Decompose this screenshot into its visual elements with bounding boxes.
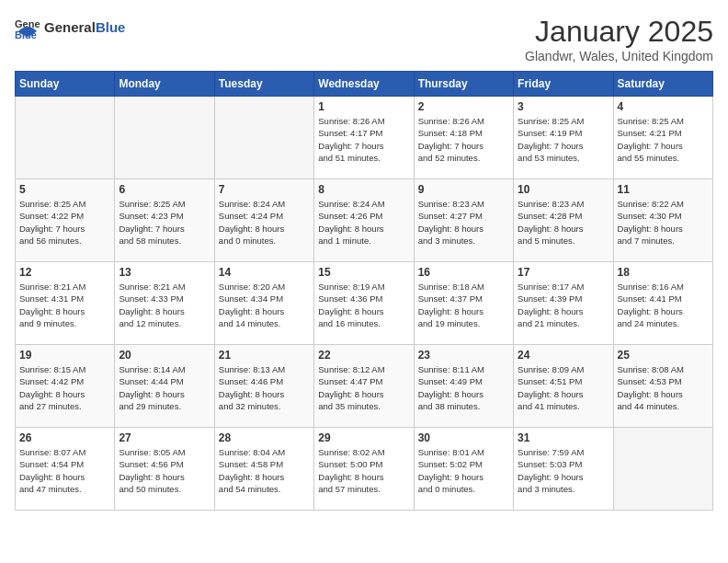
- day-info: Sunrise: 8:09 AM Sunset: 4:51 PM Dayligh…: [518, 363, 609, 412]
- logo-blue-text: Blue: [96, 19, 126, 35]
- day-number: 9: [418, 183, 509, 196]
- day-number: 12: [19, 266, 110, 279]
- calendar-cell: 23Sunrise: 8:11 AM Sunset: 4:49 PM Dayli…: [414, 345, 513, 428]
- calendar-cell: 3Sunrise: 8:25 AM Sunset: 4:19 PM Daylig…: [514, 97, 613, 179]
- day-number: 31: [518, 431, 609, 444]
- day-info: Sunrise: 7:59 AM Sunset: 5:03 PM Dayligh…: [518, 446, 609, 495]
- weekday-header: Monday: [115, 72, 214, 97]
- calendar-cell: 29Sunrise: 8:02 AM Sunset: 5:00 PM Dayli…: [314, 428, 414, 511]
- day-info: Sunrise: 8:20 AM Sunset: 4:34 PM Dayligh…: [219, 281, 310, 329]
- calendar-cell: 4Sunrise: 8:25 AM Sunset: 4:21 PM Daylig…: [613, 97, 712, 179]
- day-number: 7: [219, 183, 310, 196]
- day-info: Sunrise: 8:16 AM Sunset: 4:41 PM Dayligh…: [618, 281, 709, 329]
- logo-icon: General Blue: [15, 15, 40, 40]
- day-number: 2: [418, 100, 509, 113]
- day-number: 15: [318, 266, 409, 279]
- calendar-cell: 8Sunrise: 8:24 AM Sunset: 4:26 PM Daylig…: [314, 179, 414, 262]
- day-number: 14: [219, 266, 310, 279]
- day-info: Sunrise: 8:24 AM Sunset: 4:26 PM Dayligh…: [318, 198, 409, 247]
- calendar-cell: 24Sunrise: 8:09 AM Sunset: 4:51 PM Dayli…: [514, 345, 613, 428]
- day-info: Sunrise: 8:14 AM Sunset: 4:44 PM Dayligh…: [119, 363, 210, 412]
- day-info: Sunrise: 8:12 AM Sunset: 4:47 PM Dayligh…: [318, 363, 409, 412]
- calendar-cell: 1Sunrise: 8:26 AM Sunset: 4:17 PM Daylig…: [314, 97, 414, 179]
- calendar-cell: 22Sunrise: 8:12 AM Sunset: 4:47 PM Dayli…: [314, 345, 414, 428]
- calendar-cell: 19Sunrise: 8:15 AM Sunset: 4:42 PM Dayli…: [16, 345, 115, 428]
- day-number: 18: [618, 266, 709, 279]
- calendar-cell: 7Sunrise: 8:24 AM Sunset: 4:24 PM Daylig…: [214, 179, 313, 262]
- page-header: General Blue GeneralBlue January 2025 Gl…: [15, 15, 713, 63]
- day-number: 21: [219, 349, 310, 362]
- day-number: 28: [219, 431, 310, 444]
- day-info: Sunrise: 8:19 AM Sunset: 4:36 PM Dayligh…: [318, 281, 409, 329]
- weekday-header: Saturday: [613, 72, 712, 97]
- day-info: Sunrise: 8:02 AM Sunset: 5:00 PM Dayligh…: [318, 446, 409, 495]
- calendar-cell: 12Sunrise: 8:21 AM Sunset: 4:31 PM Dayli…: [16, 262, 115, 345]
- weekday-header: Friday: [514, 72, 613, 97]
- day-number: 11: [618, 183, 709, 196]
- calendar-cell: 17Sunrise: 8:17 AM Sunset: 4:39 PM Dayli…: [514, 262, 613, 345]
- calendar-cell: 30Sunrise: 8:01 AM Sunset: 5:02 PM Dayli…: [414, 428, 513, 511]
- day-number: 17: [518, 266, 609, 279]
- day-number: 29: [318, 431, 409, 444]
- calendar-cell: 9Sunrise: 8:23 AM Sunset: 4:27 PM Daylig…: [414, 179, 513, 262]
- calendar-cell: 27Sunrise: 8:05 AM Sunset: 4:56 PM Dayli…: [115, 428, 214, 511]
- calendar-header: SundayMondayTuesdayWednesdayThursdayFrid…: [16, 72, 713, 97]
- day-info: Sunrise: 8:25 AM Sunset: 4:23 PM Dayligh…: [119, 198, 210, 247]
- day-info: Sunrise: 8:23 AM Sunset: 4:27 PM Dayligh…: [418, 198, 509, 247]
- calendar-cell: [16, 97, 115, 179]
- day-info: Sunrise: 8:21 AM Sunset: 4:31 PM Dayligh…: [19, 281, 110, 329]
- calendar-cell: 14Sunrise: 8:20 AM Sunset: 4:34 PM Dayli…: [214, 262, 313, 345]
- calendar-cell: 28Sunrise: 8:04 AM Sunset: 4:58 PM Dayli…: [214, 428, 313, 511]
- calendar-subtitle: Glandwr, Wales, United Kingdom: [525, 49, 713, 63]
- calendar-cell: 11Sunrise: 8:22 AM Sunset: 4:30 PM Dayli…: [613, 179, 712, 262]
- day-number: 4: [618, 100, 709, 113]
- day-number: 19: [19, 349, 110, 362]
- day-info: Sunrise: 8:26 AM Sunset: 4:18 PM Dayligh…: [418, 115, 509, 164]
- svg-text:Blue: Blue: [15, 29, 37, 40]
- day-number: 20: [119, 349, 210, 362]
- calendar-cell: [115, 97, 214, 179]
- day-number: 22: [318, 349, 409, 362]
- weekday-row: SundayMondayTuesdayWednesdayThursdayFrid…: [16, 72, 713, 97]
- calendar-week-row: 26Sunrise: 8:07 AM Sunset: 4:54 PM Dayli…: [16, 428, 713, 511]
- day-info: Sunrise: 8:08 AM Sunset: 4:53 PM Dayligh…: [618, 363, 709, 412]
- calendar-week-row: 1Sunrise: 8:26 AM Sunset: 4:17 PM Daylig…: [16, 97, 713, 179]
- calendar-cell: 5Sunrise: 8:25 AM Sunset: 4:22 PM Daylig…: [16, 179, 115, 262]
- calendar-cell: 18Sunrise: 8:16 AM Sunset: 4:41 PM Dayli…: [613, 262, 712, 345]
- calendar-cell: 16Sunrise: 8:18 AM Sunset: 4:37 PM Dayli…: [414, 262, 513, 345]
- day-number: 13: [119, 266, 210, 279]
- calendar-table: SundayMondayTuesdayWednesdayThursdayFrid…: [15, 71, 713, 511]
- day-info: Sunrise: 8:22 AM Sunset: 4:30 PM Dayligh…: [618, 198, 709, 247]
- calendar-week-row: 19Sunrise: 8:15 AM Sunset: 4:42 PM Dayli…: [16, 345, 713, 428]
- day-info: Sunrise: 8:25 AM Sunset: 4:21 PM Dayligh…: [618, 115, 709, 164]
- day-number: 5: [19, 183, 110, 196]
- day-number: 23: [418, 349, 509, 362]
- day-info: Sunrise: 8:04 AM Sunset: 4:58 PM Dayligh…: [219, 446, 310, 495]
- day-info: Sunrise: 8:07 AM Sunset: 4:54 PM Dayligh…: [19, 446, 110, 495]
- day-info: Sunrise: 8:26 AM Sunset: 4:17 PM Dayligh…: [318, 115, 409, 164]
- calendar-cell: 31Sunrise: 7:59 AM Sunset: 5:03 PM Dayli…: [514, 428, 613, 511]
- calendar-cell: 15Sunrise: 8:19 AM Sunset: 4:36 PM Dayli…: [314, 262, 414, 345]
- day-number: 26: [19, 431, 110, 444]
- day-number: 25: [618, 349, 709, 362]
- day-info: Sunrise: 8:25 AM Sunset: 4:22 PM Dayligh…: [19, 198, 110, 247]
- calendar-cell: 2Sunrise: 8:26 AM Sunset: 4:18 PM Daylig…: [414, 97, 513, 179]
- calendar-cell: [214, 97, 313, 179]
- calendar-cell: 20Sunrise: 8:14 AM Sunset: 4:44 PM Dayli…: [115, 345, 214, 428]
- day-info: Sunrise: 8:01 AM Sunset: 5:02 PM Dayligh…: [418, 446, 509, 495]
- calendar-cell: 21Sunrise: 8:13 AM Sunset: 4:46 PM Dayli…: [214, 345, 313, 428]
- weekday-header: Wednesday: [314, 72, 414, 97]
- day-number: 1: [318, 100, 409, 113]
- logo: General Blue GeneralBlue: [15, 15, 125, 40]
- day-info: Sunrise: 8:23 AM Sunset: 4:28 PM Dayligh…: [518, 198, 609, 247]
- calendar-cell: 25Sunrise: 8:08 AM Sunset: 4:53 PM Dayli…: [613, 345, 712, 428]
- day-info: Sunrise: 8:05 AM Sunset: 4:56 PM Dayligh…: [119, 446, 210, 495]
- calendar-cell: 6Sunrise: 8:25 AM Sunset: 4:23 PM Daylig…: [115, 179, 214, 262]
- day-number: 6: [119, 183, 210, 196]
- day-number: 27: [119, 431, 210, 444]
- day-number: 30: [418, 431, 509, 444]
- weekday-header: Sunday: [16, 72, 115, 97]
- calendar-week-row: 12Sunrise: 8:21 AM Sunset: 4:31 PM Dayli…: [16, 262, 713, 345]
- day-info: Sunrise: 8:17 AM Sunset: 4:39 PM Dayligh…: [518, 281, 609, 329]
- calendar-week-row: 5Sunrise: 8:25 AM Sunset: 4:22 PM Daylig…: [16, 179, 713, 262]
